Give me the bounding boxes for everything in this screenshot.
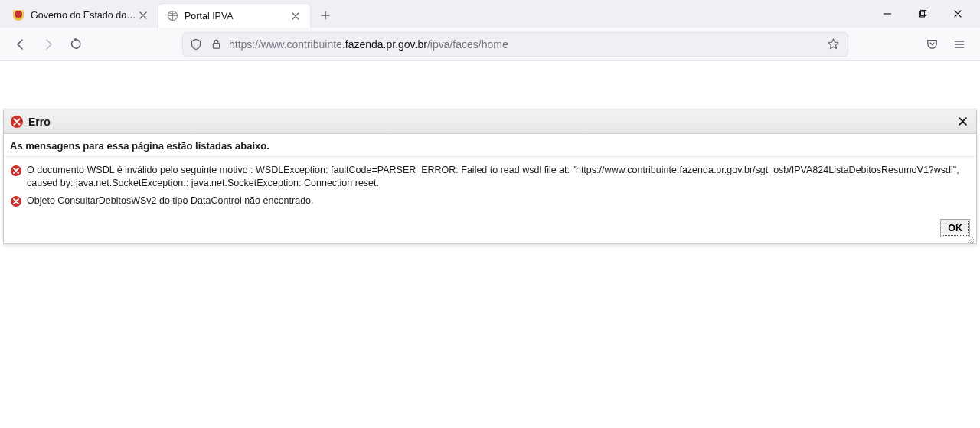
page-viewport: Erro As mensagens para essa página estão… xyxy=(0,109,980,244)
url-bar[interactable]: https://www.contribuinte.fazenda.pr.gov.… xyxy=(182,32,848,57)
close-icon[interactable] xyxy=(136,8,150,22)
ok-button[interactable]: OK xyxy=(940,219,970,237)
error-dialog: Erro As mensagens para essa página estão… xyxy=(3,109,977,244)
lock-icon[interactable] xyxy=(209,38,223,51)
forward-button[interactable] xyxy=(35,31,61,57)
svg-rect-3 xyxy=(213,44,219,49)
bookmark-star-icon[interactable] xyxy=(825,36,841,53)
reload-button[interactable] xyxy=(63,31,89,57)
window-close-button[interactable] xyxy=(940,0,975,28)
error-message-text: O documento WSDL é inválido pelo seguint… xyxy=(27,164,970,190)
error-bullet-icon xyxy=(10,165,22,177)
tab-governo[interactable]: Governo do Estado do Paraná xyxy=(5,3,158,28)
error-icon xyxy=(10,115,24,129)
error-message-item: O documento WSDL é inválido pelo seguint… xyxy=(10,162,970,192)
shield-icon xyxy=(12,9,24,21)
maximize-button[interactable] xyxy=(905,0,940,28)
tab-strip: Governo do Estado do Paraná Portal IPVA xyxy=(0,0,980,28)
shield-outline-icon[interactable] xyxy=(189,38,203,51)
back-button[interactable] xyxy=(8,31,34,57)
nav-toolbar: https://www.contribuinte.fazenda.pr.gov.… xyxy=(0,28,980,61)
error-message-item: Objeto ConsultarDebitosWSv2 do tipo Data… xyxy=(10,192,970,210)
globe-icon xyxy=(166,10,178,22)
error-bullet-icon xyxy=(10,195,22,207)
url-text: https://www.contribuinte.fazenda.pr.gov.… xyxy=(229,38,818,51)
url-host: fazenda.pr.gov.br xyxy=(345,38,427,51)
tab-portal-ipva[interactable]: Portal IPVA xyxy=(158,3,311,28)
close-icon[interactable] xyxy=(289,9,302,23)
minimize-button[interactable] xyxy=(870,0,905,28)
error-message-list: O documento WSDL é inválido pelo seguint… xyxy=(4,157,976,214)
url-suffix: /ipva/faces/home xyxy=(427,38,508,51)
error-header: Erro xyxy=(4,109,976,134)
app-menu-button[interactable] xyxy=(946,31,972,57)
error-message-text: Objeto ConsultarDebitosWSv2 do tipo Data… xyxy=(27,194,314,207)
error-footer: OK xyxy=(4,214,976,243)
close-icon[interactable] xyxy=(955,114,970,129)
tab-title: Governo do Estado do Paraná xyxy=(31,10,136,21)
tab-title: Portal IPVA xyxy=(185,11,289,21)
error-title: Erro xyxy=(28,116,51,128)
pocket-icon[interactable] xyxy=(919,31,945,57)
url-prefix: https://www.contribuinte. xyxy=(229,38,345,51)
window-controls xyxy=(870,0,975,28)
new-tab-button[interactable] xyxy=(314,4,337,27)
error-subtitle: As mensagens para essa página estão list… xyxy=(4,134,976,157)
